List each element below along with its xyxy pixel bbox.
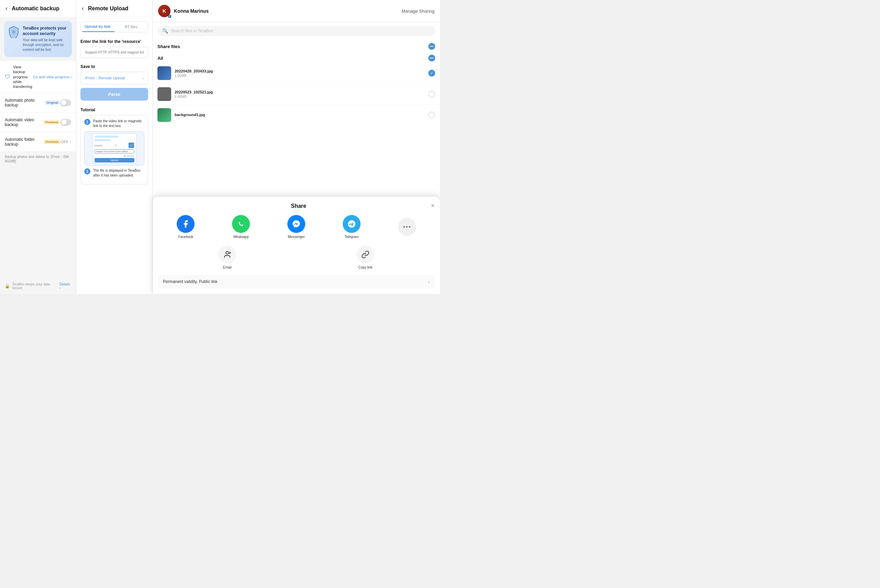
step-1-text: Paste the video link or magnetic link to… <box>93 119 144 129</box>
backup-footer: 🔒 TeraBox keeps your data secure Details… <box>0 278 76 294</box>
telegram-label: Telegram <box>344 235 358 239</box>
file-item[interactable]: 20220428_203433.jpg 1.60MB ✓ <box>153 63 440 84</box>
tab-upload-by-link[interactable]: Upload by link <box>81 22 114 32</box>
off-label: OFF <box>61 140 68 144</box>
tab-bt-files[interactable]: BT files <box>114 22 148 32</box>
messenger-label: Messenger <box>288 235 305 239</box>
file-thumbnail-3 <box>158 108 171 122</box>
file-item-3[interactable]: background1.jpg <box>153 105 440 126</box>
close-sheet-icon[interactable]: × <box>431 202 435 210</box>
share-copy-link[interactable]: Copy link <box>357 246 375 269</box>
folder-off-row: OFF › <box>61 140 71 144</box>
share-messenger[interactable]: Messenger <box>287 215 305 239</box>
share-email[interactable]: Email <box>218 246 236 269</box>
search-icon: 🔍 <box>162 28 168 34</box>
all-minus-button[interactable] <box>428 55 435 62</box>
share-bottom-sheet: Share × Facebook <box>153 197 440 294</box>
link-input[interactable] <box>80 47 148 58</box>
video-backup-label: Automatic video backup <box>5 117 40 127</box>
share-sheet-header: Share × <box>158 202 435 210</box>
copy-link-label: Copy link <box>358 266 372 269</box>
folder-arrow-icon[interactable]: › <box>70 140 71 144</box>
avatar-badge: P <box>168 15 171 18</box>
search-box[interactable]: 🔍 Search files in TeraBox <box>158 26 435 36</box>
photo-backup-toggle[interactable] <box>60 99 71 106</box>
share-telegram[interactable]: Telegram <box>343 215 361 239</box>
all-label: All <box>158 56 163 61</box>
user-name: Konna Marinus <box>174 8 209 14</box>
remote-header: ‹ Remote Upload <box>76 0 152 17</box>
remote-title: Remote Upload <box>88 6 128 12</box>
share-search: 🔍 Search files in TeraBox <box>153 22 440 39</box>
progress-label: View backup progress while transferring <box>13 64 33 89</box>
video-premium-badge: Premium <box>43 120 60 124</box>
link-section: Enter the link for the 'resource' <box>76 36 152 64</box>
mock-text-input: magnet:?xt=urn:btih:c12fe1c06bb2... <box>95 149 134 153</box>
file-info-3: background1.jpg <box>174 112 425 117</box>
go-progress-link[interactable]: Go and view progress › <box>33 75 72 79</box>
all-label-row: All <box>153 53 440 63</box>
avatar: K P <box>158 5 170 17</box>
video-backup-row: Automatic video backup Premium <box>0 112 76 132</box>
save-to-arrow-icon: › <box>142 76 144 81</box>
facebook-label: Facebook <box>178 235 193 239</box>
remote-back-icon[interactable]: ‹ <box>82 5 84 12</box>
progress-shield-icon: 🛡 <box>5 74 10 80</box>
more-dots-icon <box>398 218 416 236</box>
file-check-2[interactable] <box>428 91 435 98</box>
remote-upload-panel: ‹ Remote Upload Upload by link BT files … <box>76 0 153 294</box>
share-files-title: Share files <box>158 44 180 49</box>
whatsapp-icon <box>232 215 250 233</box>
mock-link-icon: 🔗 <box>129 142 134 148</box>
file-info-1: 20220428_203433.jpg 1.60MB <box>174 69 425 78</box>
file-thumbnail-1 <box>158 66 171 80</box>
deselect-all-button[interactable] <box>428 43 435 50</box>
back-icon[interactable]: ‹ <box>6 5 8 12</box>
share-files-title-row: Share files <box>153 39 440 53</box>
email-label: Email <box>223 266 231 269</box>
backup-title: Automatic backup <box>12 6 59 12</box>
mock-my-terabox: My Terabox <box>95 155 134 157</box>
mock-upload-btn: Upload <box>95 158 134 162</box>
copy-link-icon <box>357 246 375 263</box>
share-whatsapp[interactable]: Whatsapp <box>232 215 250 239</box>
step-1-num: 1 <box>84 119 90 125</box>
backup-progress-row: 🛡 View backup progress while transferrin… <box>0 61 76 92</box>
user-info: K P Konna Marinus <box>158 5 209 17</box>
file-check-1[interactable]: ✓ <box>428 70 435 76</box>
svg-point-0 <box>12 30 15 34</box>
step-2-text: The file is displayed in TeraBox after i… <box>93 168 144 178</box>
messenger-icon <box>287 215 305 233</box>
mock-magnet-text: magnet <box>95 144 102 147</box>
folder-premium-badge: Premium <box>43 140 61 144</box>
file-name-3: background1.jpg <box>174 112 425 117</box>
file-check-3[interactable] <box>428 112 435 118</box>
tutorial-step-1: 1 Paste the video link or magnetic link … <box>84 119 144 129</box>
share-icons-row: Facebook Whatsapp <box>158 215 435 239</box>
video-backup-toggle[interactable] <box>60 119 71 126</box>
share-files-header: K P Konna Marinus Manage Sharing <box>153 0 440 22</box>
footer-details-link[interactable]: Details › <box>59 282 71 290</box>
save-to-row[interactable]: /From：Remote Upload › <box>80 72 148 84</box>
automatic-backup-panel: ‹ Automatic backup TeraBox protects your… <box>0 0 76 294</box>
share-sheet-title: Share <box>166 203 431 209</box>
svg-point-1 <box>226 251 229 254</box>
parse-button[interactable]: Parse <box>80 88 148 100</box>
search-placeholder: Search files in TeraBox <box>171 28 213 33</box>
file-item-2[interactable]: 20220523_102521.jpg 6.46MB <box>153 84 440 105</box>
share-facebook[interactable]: Facebook <box>177 215 194 239</box>
photo-backup-row: Automatic photo backup Original <box>0 93 76 112</box>
manage-sharing-button[interactable]: Manage Sharing <box>402 9 435 14</box>
share-link-option-row[interactable]: Permanent validity, Public link › <box>158 275 435 288</box>
tutorial-step-2: 2 The file is displayed in TeraBox after… <box>84 168 144 178</box>
share-more[interactable] <box>398 218 416 236</box>
save-to-section-label: Save to <box>80 64 148 69</box>
save-to-section: Save to /From：Remote Upload › Parse <box>76 64 152 108</box>
share-secondary-row: Email Copy link <box>158 246 435 269</box>
original-badge: Original <box>44 100 60 105</box>
file-name-1: 20220428_203433.jpg <box>174 69 425 73</box>
backup-destination: Backup photos and videos to: [From：SM-A5… <box>0 152 76 167</box>
file-thumbnail-2 <box>158 87 171 101</box>
file-name-2: 20220523_102521.jpg <box>174 90 425 94</box>
email-icon <box>218 246 236 263</box>
